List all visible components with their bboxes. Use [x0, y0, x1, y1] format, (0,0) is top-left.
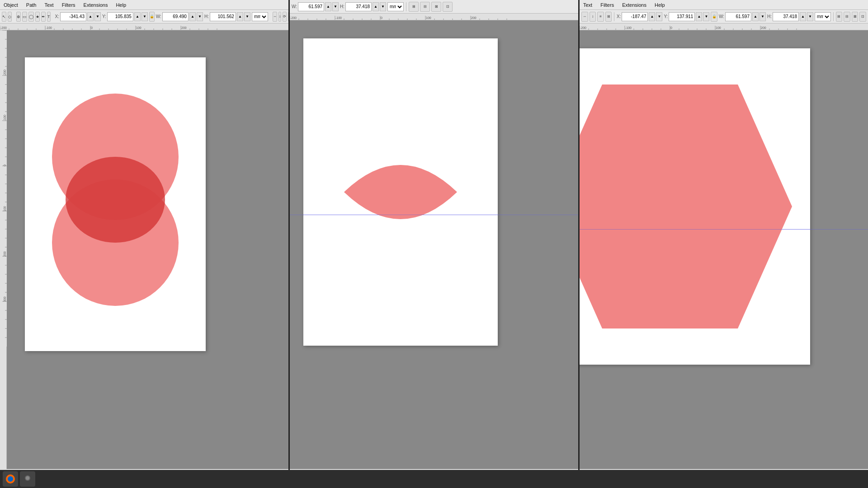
menu3-extensions[interactable]: Extensions	[620, 2, 648, 8]
select-tool-btn[interactable]: ↖	[2, 12, 6, 22]
menu-text[interactable]: Text	[42, 2, 55, 8]
toolbar-2: W: ▲ ▼ H: ▲ ▼ mmpx ⊞ ⊟ ⊠ ⊡	[290, 0, 578, 14]
btn3-d[interactable]: ⊡	[859, 12, 866, 22]
h2-up-btn[interactable]: ▲	[373, 2, 379, 11]
align-tool3[interactable]: ≡	[597, 12, 604, 22]
w-input-3[interactable]	[725, 12, 751, 21]
panel-1: Object Path Text Filters Extensions Help…	[0, 0, 290, 488]
menu3-help[interactable]: Help	[653, 2, 667, 8]
w-input[interactable]	[162, 12, 189, 21]
zoom-btn[interactable]: ⊕	[16, 12, 21, 22]
ellipse-btn[interactable]: ◯	[28, 12, 34, 22]
align-btn[interactable]: ≡	[288, 12, 288, 22]
h-coord-3: H: ▲ ▼	[767, 12, 813, 21]
menu3-filters[interactable]: Filters	[599, 2, 616, 8]
h3-up-btn[interactable]: ▲	[800, 12, 806, 21]
guideline-ext-3	[580, 229, 868, 230]
w-up-btn[interactable]: ▲	[189, 12, 196, 21]
rect-btn[interactable]: ▭	[22, 12, 27, 22]
w-coord-2: W: ▲ ▼	[292, 2, 339, 11]
menu-help[interactable]: Help	[114, 2, 128, 8]
h-input[interactable]	[210, 12, 236, 21]
h-input-3[interactable]	[773, 12, 799, 21]
page-1	[25, 57, 206, 351]
toolbar-1: ↖ ◇ ⊕ ▭ ◯ ★ ✒ T X: ▲ ▼ Y: ▲ ▼ 🔒	[0, 10, 288, 23]
panel-2: W: ▲ ▼ H: ▲ ▼ mmpx ⊞ ⊟ ⊠ ⊡	[290, 0, 580, 488]
drawing-surface-1[interactable]	[7, 30, 288, 469]
svg-point-8	[26, 476, 29, 480]
w-label-3: W:	[719, 14, 724, 19]
h-up-btn[interactable]: ▲	[237, 12, 243, 21]
y-label: Y:	[102, 14, 106, 19]
ruler-horizontal-3	[580, 23, 868, 30]
h-dn-btn[interactable]: ▼	[244, 12, 250, 21]
panel-3: Text Filters Extensions Help ↔ ↕ ≡ ⊞ X: …	[580, 0, 868, 488]
svg-point-2	[66, 157, 165, 243]
flip-v-btn[interactable]: ↕	[278, 12, 281, 22]
h-label: H:	[204, 14, 209, 19]
y3-dn-btn[interactable]: ▼	[703, 12, 709, 21]
btn3-a[interactable]: ⊞	[836, 12, 843, 22]
sel-tool3[interactable]: ↔	[581, 12, 588, 22]
w3-up-btn[interactable]: ▲	[752, 12, 759, 21]
x-up-btn[interactable]: ▲	[87, 12, 94, 21]
y-up-btn[interactable]: ▲	[134, 12, 141, 21]
w-input-2[interactable]	[298, 2, 324, 11]
canvas-area-3[interactable]	[580, 30, 868, 469]
x-label: X:	[55, 14, 59, 19]
h3-dn-btn[interactable]: ▼	[807, 12, 813, 21]
firefox-taskbar-btn[interactable]	[3, 471, 18, 487]
unit-select-3[interactable]: mmpx	[815, 12, 831, 21]
w3-dn-btn[interactable]: ▼	[760, 12, 766, 21]
taskbar	[0, 470, 868, 488]
drawing-surface-3[interactable]	[580, 30, 868, 469]
node-tool3[interactable]: ↕	[590, 12, 596, 22]
y-input[interactable]	[107, 12, 133, 21]
w-coord: W: ▲ ▼	[156, 12, 203, 21]
drawing-surface-2[interactable]	[290, 20, 578, 469]
node-tool-btn[interactable]: ◇	[8, 12, 12, 22]
text-btn[interactable]: T	[47, 12, 51, 22]
h2-dn-btn[interactable]: ▼	[380, 2, 386, 11]
y-input-3[interactable]	[669, 12, 695, 21]
flip-h-btn[interactable]: ↔	[273, 12, 277, 22]
inkscape-taskbar-btn[interactable]	[20, 471, 35, 487]
btn-c[interactable]: ⊠	[431, 2, 441, 12]
star-btn[interactable]: ★	[35, 12, 40, 22]
btn-a[interactable]: ⊞	[409, 2, 419, 12]
canvas-area-1[interactable]	[0, 30, 288, 469]
guideline-2	[303, 215, 498, 215]
x-input[interactable]	[60, 12, 86, 21]
menubar-3: Text Filters Extensions Help	[580, 0, 868, 10]
lock3-btn[interactable]: 🔒	[711, 12, 717, 22]
btn-d[interactable]: ⊡	[443, 2, 453, 12]
x3-up-btn[interactable]: ▲	[649, 12, 655, 21]
h-coord: H: ▲ ▼	[204, 12, 250, 21]
menu3-text[interactable]: Text	[581, 2, 594, 8]
dist-tool3[interactable]: ⊞	[605, 12, 612, 22]
x-dn-btn[interactable]: ▼	[94, 12, 101, 21]
menu-filters[interactable]: Filters	[60, 2, 77, 8]
y3-up-btn[interactable]: ▲	[696, 12, 702, 21]
w2-dn-btn[interactable]: ▼	[332, 2, 339, 11]
h-input-2[interactable]	[345, 2, 372, 11]
lock-aspect-btn[interactable]: 🔒	[149, 12, 155, 22]
btn3-c[interactable]: ⊠	[852, 12, 859, 22]
x-input-3[interactable]	[622, 12, 648, 21]
pen-btn[interactable]: ✒	[41, 12, 46, 22]
w2-up-btn[interactable]: ▲	[325, 2, 331, 11]
sep6	[833, 12, 834, 21]
y-dn-btn[interactable]: ▼	[142, 12, 148, 21]
y-coord-3: Y: ▲ ▼	[664, 12, 709, 21]
canvas-area-2[interactable]	[290, 20, 578, 469]
btn-b[interactable]: ⊟	[420, 2, 430, 12]
menu-object[interactable]: Object	[2, 2, 20, 8]
transform-btn[interactable]: ⟳	[283, 12, 287, 22]
menu-extensions[interactable]: Extensions	[82, 2, 110, 8]
unit-select[interactable]: mmpxin	[252, 12, 268, 21]
menu-path[interactable]: Path	[24, 2, 38, 8]
unit-select-2[interactable]: mmpx	[387, 2, 404, 11]
x3-dn-btn[interactable]: ▼	[656, 12, 662, 21]
btn3-b[interactable]: ⊟	[844, 12, 850, 22]
w-dn-btn[interactable]: ▼	[197, 12, 203, 21]
